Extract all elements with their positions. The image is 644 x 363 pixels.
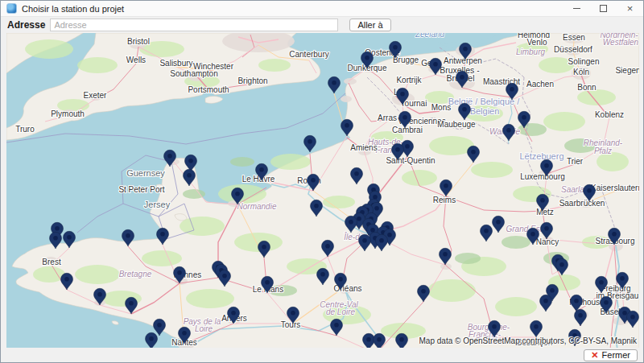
- map-label: Brest: [42, 258, 61, 266]
- map-label: Brugge: [393, 56, 419, 64]
- window-controls: ×: [564, 1, 643, 16]
- map-label: Bristol: [127, 37, 150, 46]
- maximize-icon: [600, 5, 607, 12]
- map-label: Brighton: [237, 76, 267, 85]
- close-button[interactable]: ×: [617, 1, 643, 16]
- minimize-button[interactable]: [564, 1, 590, 16]
- map-label: Bonn: [577, 83, 596, 92]
- map-label: Portsmouth: [188, 85, 229, 94]
- address-label: Adresse: [7, 19, 45, 31]
- dialog-window: Choisir la station du projet × Adresse A…: [0, 0, 644, 363]
- green-area: [186, 289, 234, 308]
- green-area: [270, 154, 311, 170]
- map-label: Venlo: [526, 38, 547, 47]
- map-label: Cambrai: [392, 126, 423, 134]
- app-icon: [6, 3, 17, 14]
- map-canvas[interactable]: ZeelandNormandieBretagnePays de laLoireC…: [6, 33, 639, 349]
- map-label: Saarbrücken: [559, 199, 605, 208]
- forest-area: [455, 253, 481, 264]
- fermer-button[interactable]: ✕ Fermer: [584, 349, 638, 361]
- map-label: Zeeland: [415, 33, 445, 39]
- green-area: [25, 39, 73, 59]
- map-label: Wells: [126, 56, 146, 64]
- green-area: [543, 112, 585, 131]
- forest-area: [518, 123, 547, 136]
- green-area: [33, 266, 65, 283]
- map-label: Pfalz: [594, 146, 612, 155]
- green-area: [402, 170, 437, 186]
- map-label: Metz: [536, 208, 554, 217]
- address-input[interactable]: [50, 19, 338, 31]
- map-label: Plymouth: [51, 109, 85, 118]
- map-label: St Peter Port: [118, 185, 164, 194]
- map-label: Salisbury: [159, 59, 192, 68]
- map-label: Normandie: [237, 202, 277, 211]
- map-label: Southampton: [170, 69, 218, 78]
- titlebar[interactable]: Choisir la station du projet ×: [1, 1, 643, 17]
- map-label: Saint-Quentin: [386, 156, 435, 165]
- map-label: Essen: [563, 33, 585, 42]
- green-area: [77, 57, 118, 73]
- map-label: Bretagne: [119, 270, 152, 278]
- map-label: Solingen: [568, 57, 600, 66]
- map-label: Truro: [15, 125, 35, 134]
- map-label: Arras: [378, 113, 397, 122]
- map-label: Maubeuge: [437, 120, 476, 129]
- forest-area: [230, 157, 254, 167]
- map-label: Aachen: [526, 80, 554, 89]
- green-area: [471, 162, 513, 178]
- map-label: Trier: [567, 157, 584, 166]
- map-viewport[interactable]: ZeelandNormandieBretagnePays de laLoireC…: [6, 33, 639, 349]
- fermer-button-label: Fermer: [602, 350, 630, 360]
- map-label: de Loire: [326, 307, 356, 316]
- map-label: Koblenz: [595, 110, 624, 119]
- green-area: [258, 59, 291, 72]
- map-label: Reims: [433, 196, 456, 204]
- map-label: Guernsey: [126, 168, 165, 178]
- minimize-icon: [573, 8, 580, 9]
- map-label: Siegen: [615, 66, 639, 75]
- map-label: Mons: [431, 103, 451, 112]
- maximize-button[interactable]: [590, 1, 617, 16]
- map-label: Kortrijk: [396, 76, 422, 85]
- green-area: [323, 196, 355, 208]
- urban-area: [344, 78, 357, 85]
- green-area: [495, 297, 537, 316]
- green-area: [577, 89, 616, 105]
- green-area: [75, 265, 120, 284]
- go-to-button[interactable]: Aller à: [349, 19, 390, 31]
- urban-area: [341, 96, 352, 102]
- map-label: Lëtzebuerg: [519, 151, 564, 161]
- map-label: Nancy: [536, 237, 559, 246]
- map-label: Tours: [281, 320, 300, 329]
- map-label: Luxembourg: [520, 172, 565, 181]
- map-label: Amiens: [350, 143, 377, 152]
- window-title: Choisir la station du projet: [22, 4, 564, 14]
- map-label: Kaiserslautern: [591, 184, 639, 192]
- map-label: Belgien: [470, 106, 500, 116]
- forest-area: [502, 236, 530, 249]
- map-label: Westfalen: [603, 38, 639, 47]
- map-label: Düsseldorf: [554, 45, 592, 54]
- map-label: Köln: [573, 68, 589, 76]
- map-label: België / Belgique /: [448, 97, 521, 106]
- map-label: Limburg: [516, 47, 546, 56]
- map-label: Exeter: [84, 91, 108, 100]
- map-attribution: Map data © OpenStreetMap contributors, C…: [419, 336, 637, 345]
- map-label: Loire: [195, 324, 213, 333]
- map-label: Antwerpen: [444, 56, 482, 65]
- red-close-x-icon: ✕: [591, 351, 598, 360]
- address-toolbar: Adresse Aller à: [1, 17, 643, 33]
- map-label: Jersey: [144, 200, 171, 209]
- map-label: Canterbury: [289, 50, 328, 59]
- bottom-bar: ✕ Fermer: [1, 348, 643, 362]
- close-icon: ×: [627, 3, 634, 14]
- green-area: [142, 250, 182, 266]
